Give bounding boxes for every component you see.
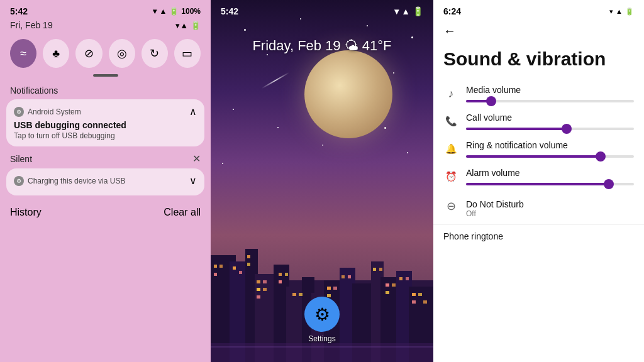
batt-tile-icon: ▭ (182, 47, 192, 60)
wifi-icon-p1: ▾ (153, 7, 157, 16)
call-volume-thumb[interactable] (562, 124, 572, 134)
phone-icon: 📞 (443, 116, 458, 127)
sound-time: 6:24 (443, 6, 461, 16)
media-volume-content: Media volume (466, 85, 634, 102)
drag-handle (93, 74, 118, 77)
moon (304, 50, 392, 138)
sound-battery-icon: 🔋 (625, 8, 634, 16)
notif-card1-header: ⚙ Android System ∧ (14, 106, 197, 118)
svg-rect-37 (341, 275, 345, 278)
call-volume-content: Call volume (466, 112, 634, 130)
svg-rect-48 (412, 300, 416, 304)
phone-ringtone-row[interactable]: Phone ringtone (433, 224, 644, 248)
home-status-icons: ▾ ▲ 🔋 (394, 6, 423, 16)
signal-icon2-p1: ▾▲ (175, 21, 188, 30)
silent-section-header: Silent ✕ (0, 150, 211, 168)
home-signal-icon: ▲ (401, 6, 410, 16)
ring-volume-thumb[interactable] (596, 151, 606, 162)
call-volume-slider[interactable] (466, 128, 634, 130)
notif-app-name-2: Charging this device via USB (28, 177, 125, 185)
gear-icon: ⚙ (314, 304, 330, 325)
svg-rect-18 (219, 265, 223, 268)
tile-wifi[interactable]: ≈ (10, 39, 36, 68)
svg-rect-27 (263, 288, 267, 291)
notifications-section-label: Notifications (0, 83, 211, 99)
home-battery-icon: 🔋 (413, 6, 423, 16)
quick-tiles: ≈ ♣ ⊘ ◎ ↻ ▭ (0, 35, 211, 74)
home-wifi-icon: ▾ (394, 6, 399, 16)
date-label-p1: Fri, Feb 19 (10, 20, 53, 30)
svg-rect-33 (299, 293, 303, 296)
alarm-volume-label: Alarm volume (466, 168, 634, 178)
home-screen-panel: 5:42 ▾ ▲ 🔋 Friday, Feb 19 🌤 41°F ⚙ Setti… (211, 0, 433, 362)
tile-flashlight[interactable]: ◎ (109, 39, 135, 68)
tile-rotate[interactable]: ↻ (142, 39, 168, 68)
clear-all-button[interactable]: Clear all (164, 207, 201, 218)
star (384, 127, 386, 129)
svg-rect-26 (257, 288, 260, 291)
sound-status-icons: ▾ ▲ 🔋 (609, 8, 634, 16)
svg-rect-32 (292, 293, 296, 296)
star (393, 72, 394, 74)
date-row-p1: Fri, Feb 19 ▾▲ 🔋 (0, 19, 211, 35)
back-button-row: ← (433, 19, 644, 43)
music-note-icon: ♪ (443, 87, 458, 101)
ring-volume-row: 🔔 Ring & notification volume (433, 135, 644, 163)
notif-expand-icon-1[interactable]: ∧ (189, 106, 197, 118)
svg-rect-50 (211, 343, 433, 362)
star (407, 152, 408, 153)
alarm-volume-thumb[interactable] (604, 179, 614, 189)
svg-rect-40 (379, 268, 382, 271)
svg-rect-20 (233, 266, 236, 270)
svg-rect-24 (257, 280, 260, 283)
notification-card-1[interactable]: ⚙ Android System ∧ USB debugging connect… (6, 99, 204, 146)
sound-wifi-icon: ▾ (609, 8, 613, 16)
back-button[interactable]: ← (443, 24, 456, 38)
sound-status-bar: 6:24 ▾ ▲ 🔋 (433, 0, 644, 19)
svg-rect-44 (399, 277, 402, 280)
settings-app-icon[interactable]: ⚙ (304, 297, 340, 332)
ring-volume-fill (466, 155, 601, 158)
svg-rect-41 (386, 283, 389, 287)
ring-volume-slider[interactable] (466, 155, 634, 158)
call-volume-fill (466, 128, 567, 130)
sound-signal-icon: ▲ (616, 8, 623, 15)
phone-ringtone-label: Phone ringtone (443, 231, 634, 241)
battery-icon-p1: 🔋 (169, 7, 179, 16)
call-volume-label: Call volume (466, 112, 634, 123)
svg-rect-28 (257, 295, 260, 299)
silent-close-button[interactable]: ✕ (192, 153, 201, 165)
svg-rect-23 (247, 263, 250, 266)
history-label: History (10, 207, 42, 218)
svg-rect-22 (247, 255, 250, 258)
svg-rect-38 (348, 275, 351, 278)
ring-volume-content: Ring & notification volume (466, 140, 634, 158)
home-status-bar: 5:42 ▾ ▲ 🔋 (211, 0, 433, 23)
ring-volume-label: Ring & notification volume (466, 140, 634, 150)
svg-rect-29 (279, 273, 282, 276)
media-volume-slider[interactable] (466, 100, 634, 102)
dnd-title: Do Not Disturb (466, 199, 524, 209)
android-system-icon: ⚙ (14, 107, 24, 117)
alarm-volume-fill (466, 183, 609, 185)
svg-rect-34 (327, 287, 331, 290)
tile-dnd[interactable]: ⊘ (75, 39, 102, 68)
svg-rect-45 (406, 277, 409, 280)
tile-battery-saver[interactable]: ▭ (174, 39, 201, 68)
media-volume-label: Media volume (466, 85, 634, 95)
tile-bluetooth[interactable]: ♣ (43, 39, 69, 68)
alarm-volume-row: ⏰ Alarm volume (433, 163, 644, 190)
star (244, 29, 246, 31)
status-bar-panel1: 5:42 ▾ ▲ 🔋 100% (0, 0, 211, 19)
home-date-widget: Friday, Feb 19 🌤 41°F (211, 38, 433, 54)
sound-settings-title: Sound & vibration (433, 43, 644, 80)
alarm-volume-slider[interactable] (466, 183, 634, 185)
notification-card-2[interactable]: ⚙ Charging this device via USB ∨ (6, 168, 204, 195)
media-volume-row: ♪ Media volume (433, 80, 644, 107)
shooting-star (262, 72, 289, 89)
dnd-row[interactable]: ⊖ Do Not Disturb Off (433, 193, 644, 224)
notif-expand-icon-2[interactable]: ∨ (189, 175, 197, 187)
notif-app-name-1: Android System (28, 107, 81, 116)
media-volume-thumb[interactable] (486, 96, 496, 106)
signal-icon-p1: ▲ (159, 7, 167, 16)
